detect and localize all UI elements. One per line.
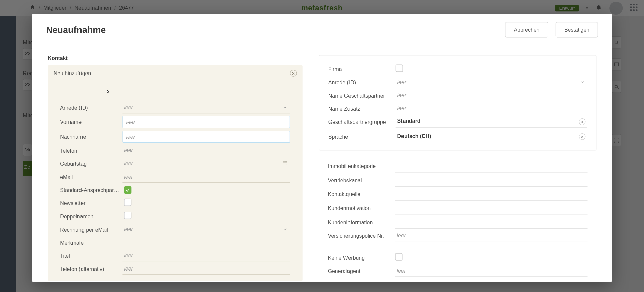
sidepanel-expand-icon[interactable] (612, 134, 621, 146)
apps-grid-icon[interactable] (630, 3, 639, 12)
label-vertrieb: Vertriebskanal (328, 177, 395, 183)
extra-fields-group: Immobilienkategorie Vertriebskanal Konta… (319, 159, 596, 282)
standard-ap-checkbox[interactable] (124, 186, 131, 193)
label-keine-werbung: Keine Werbung (328, 255, 395, 261)
anrede-r-select[interactable]: leer (395, 77, 587, 88)
kontakt-card: Neu hinzufügen Anrede (ID) leer Vorname (48, 65, 302, 281)
doppelnamen-checkbox[interactable] (124, 212, 131, 219)
vorname-input[interactable] (122, 116, 290, 128)
label-rechnung-email: Rechnung per eMail (60, 226, 122, 232)
svg-line-4 (617, 43, 619, 44)
svg-line-8 (617, 88, 619, 89)
brand-logo: metasfresh (301, 4, 343, 12)
label-telefon-alt: Telefon (alternativ) (60, 266, 122, 272)
label-titel: Titel (60, 252, 122, 258)
label-kundeninfo: Kundeninformation (328, 219, 395, 225)
breadcrumb-item[interactable]: Neuaufnahmen (74, 5, 111, 11)
vertrieb-select[interactable] (395, 174, 587, 187)
police-input[interactable]: leer (395, 230, 587, 241)
nachname-input[interactable] (122, 131, 290, 143)
close-icon[interactable] (290, 70, 297, 77)
status-badge[interactable]: Entwurf (555, 5, 579, 11)
telefon-input[interactable]: leer (122, 145, 290, 156)
label-name-bp: Name Geschäftspartner (328, 92, 395, 98)
keine-werbung-checkbox[interactable] (395, 253, 402, 260)
label-anrede-r: Anrede (ID) (328, 79, 395, 85)
kontakt-add-header: Neu hinzufügen (53, 70, 91, 76)
breadcrumb-item[interactable]: 26477 (119, 5, 134, 11)
label-standard-ap: Standard-Ansprechpar… (60, 187, 122, 193)
label-doppelnamen: Doppelnamen (60, 213, 122, 219)
svg-point-3 (615, 41, 618, 43)
bell-icon[interactable] (596, 4, 602, 12)
label-generalagent: Generalagent (328, 268, 395, 274)
label-immokat: Immobilienkategorie (328, 163, 395, 169)
label-kundenmotiv: Kundenmotivation (328, 205, 395, 211)
background-right-toolbar (612, 36, 621, 146)
svg-rect-9 (283, 161, 287, 165)
label-werbemass: Werbemassnahme (328, 281, 395, 282)
label-geburtstag: Geburtstag (60, 160, 122, 166)
label-name-zusatz: Name Zusatz (328, 105, 395, 111)
cancel-button[interactable]: Abbrechen (505, 22, 548, 37)
label-nachname: Nachname (60, 133, 122, 139)
gp-gruppe-select[interactable]: Standard (395, 116, 587, 127)
anrede-select[interactable]: leer (122, 102, 290, 113)
label-newsletter: Newsletter (60, 200, 122, 206)
firma-checkbox[interactable] (395, 64, 403, 72)
svg-point-7 (615, 85, 618, 88)
svg-rect-5 (614, 63, 618, 66)
clear-icon[interactable] (579, 133, 585, 140)
label-police: Versicherungspolice Nr. (328, 232, 395, 238)
breadcrumb-item[interactable]: Mitglieder (43, 5, 66, 11)
bp-card: Firma Anrede (ID) leer Name Geschäftspar… (319, 55, 596, 150)
home-icon[interactable] (30, 4, 35, 11)
label-email: eMail (60, 174, 122, 180)
name-zusatz-input[interactable]: leer (395, 103, 587, 114)
werbemass-select[interactable]: leer (395, 278, 587, 282)
newsletter-checkbox[interactable] (124, 198, 131, 206)
clear-icon[interactable] (579, 118, 585, 125)
breadcrumb: / Mitglieder / Neuaufnahmen / 26477 (30, 4, 134, 11)
geburtstag-input[interactable]: leer (122, 158, 290, 169)
modal-title: Neuaufnahme (46, 25, 106, 35)
calendar-icon (282, 160, 287, 167)
sidepanel-icon[interactable] (612, 81, 621, 93)
sidepanel-icon[interactable] (612, 58, 621, 71)
label-gp-gruppe: Geschäftspartnergruppe (328, 118, 395, 125)
titel-input[interactable]: leer (122, 250, 290, 261)
name-bp-input[interactable]: leer (395, 90, 587, 101)
label-firma: Firma (328, 66, 395, 72)
confirm-button[interactable]: Bestätigen (555, 22, 598, 37)
background-buttons-snippet: Mi Ze (23, 144, 32, 176)
rechnung-email-select[interactable]: leer (122, 224, 290, 235)
label-merkmale: Merkmale (60, 239, 122, 245)
email-input[interactable]: leer (122, 171, 290, 182)
label-anrede: Anrede (ID) (60, 105, 122, 111)
kundenmotiv-select[interactable] (395, 201, 587, 214)
kontakt-section-title: Kontakt (48, 55, 302, 61)
modal-neuaufnahme: Neuaufnahme Abbrechen Bestätigen Kontakt… (32, 14, 612, 282)
kontaktquelle-select[interactable] (395, 187, 587, 200)
immokat-select[interactable] (395, 159, 587, 173)
telefon-alt-input[interactable]: leer (122, 263, 290, 275)
status-caret-icon[interactable]: ▾ (586, 6, 588, 10)
avatar[interactable] (609, 1, 623, 14)
label-kontaktquelle: Kontaktquelle (328, 191, 395, 197)
merkmale-input[interactable] (122, 237, 290, 248)
sidepanel-icon[interactable] (612, 36, 621, 49)
label-vorname: Vorname (60, 118, 122, 125)
kundeninfo-select[interactable] (395, 215, 587, 229)
label-sprache: Sprache (328, 133, 395, 139)
generalagent-input[interactable]: leer (395, 265, 587, 277)
sprache-select[interactable]: Deutsch (CH) (395, 131, 587, 142)
label-telefon: Telefon (60, 147, 122, 153)
